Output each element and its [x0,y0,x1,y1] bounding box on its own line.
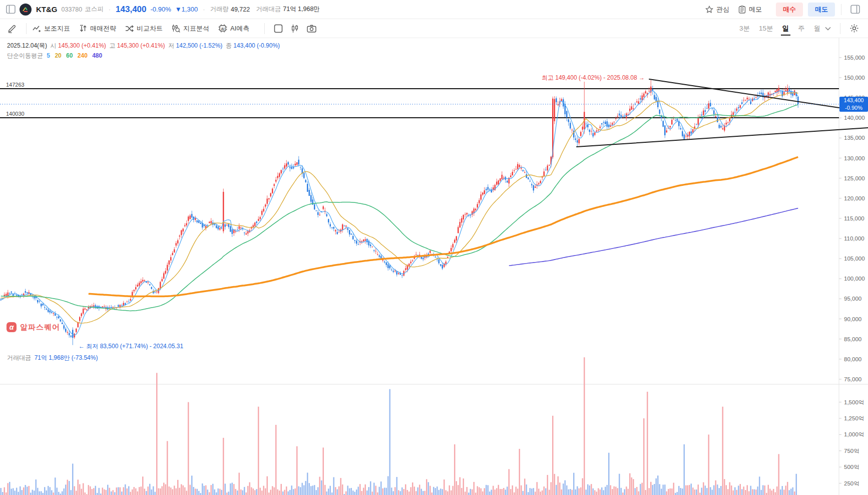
memo-icon [738,6,746,14]
volume-axis-tick: 1,500억 [844,399,864,405]
badge-percent: -0.90% [839,104,868,112]
ma60-line [1,105,798,311]
current-price-badge: 143,400 -0.90% [839,97,868,112]
symbol-name: KT&G [36,5,58,14]
alphasquare-logo: α 알파스퀘어 [7,322,60,332]
gear-icon [849,24,859,33]
star-icon [705,6,713,14]
ma-legend: 단순이동평균 5 20 60 240 480 [7,52,105,60]
volume-legend-value: 71억 1,968만 (-73.54%) [35,354,98,361]
price-chart-canvas[interactable]: 155,000150,000145,000140,000135,000130,0… [0,38,868,495]
price-axis-tick: 150,000 [844,75,865,81]
info-close: 143,400 (-0.90%) [233,42,280,49]
symbol-code: 033780 [62,6,83,13]
price-axis-tick: 110,000 [844,235,864,241]
ai-predict-button[interactable]: AI AI예측 [218,24,249,33]
indicator-button[interactable]: 보조지표 [33,24,70,33]
ma60-legend: 60 [66,52,73,59]
timeframe-monthly[interactable]: 월 [813,20,821,38]
buy-button[interactable]: 매수 [776,3,803,17]
info-date: 2025.12.04(목) [7,42,47,49]
ma240-line [89,157,798,296]
ma5-legend: 5 [47,52,50,59]
camera-icon [307,25,316,33]
level-lines [0,89,839,118]
change-amount: ▼1,300 [175,6,198,13]
strategy-button[interactable]: 매매전략 [79,24,116,33]
info-open: 145,300 (+0.41%) [58,42,106,49]
candles [1,80,799,345]
change-percent: -0.90% [151,6,171,13]
price-axis-tick: 155,000 [844,55,865,61]
pencil-icon [7,24,17,34]
price-axis-tick: 135,000 [844,135,865,141]
right-panel-toggle-icon[interactable] [850,5,860,14]
chart-area[interactable]: 155,000150,000145,000140,000135,000130,0… [0,38,868,495]
price-axis-tick: 125,000 [844,175,865,181]
ma20-line [1,93,798,323]
volume-axis-tick: 1,250억 [844,415,864,421]
info-low: 142,500 (-1.52%) [176,42,223,49]
screenshot-button[interactable] [307,25,316,33]
current-price: 143,400 [116,5,146,15]
header: KT&G 033780 코스피 · 143,400 -0.90% ▼1,300 … [0,0,868,19]
volume-axis-tick: 1,000억 [844,431,864,437]
candle-magnifier-icon [172,24,180,33]
chart-toolbar: 보조지표 매매전략 비교차트 지표분석 AI AI예측 3분 15분 일 주 월 [0,19,868,38]
timeframe-weekly[interactable]: 주 [797,20,805,38]
ohlc-info-row: 2025.12.04(목) 시 145,300 (+0.41%) 고 145,3… [7,42,280,50]
annotation-high: 최고 149,400 (-4.02%) - 2025.08.08 → [542,74,645,82]
volume-axis-tick: 250억 [844,480,859,486]
value-label: 거래대금 [256,5,281,14]
alphasquare-text: 알파스퀘어 [20,323,60,332]
stock-logo [20,4,32,16]
area-select-button[interactable] [274,24,283,33]
annotation-low: ← 최저 83,500 (+71.74%) - 2024.05.31 [79,342,183,351]
sell-button[interactable]: 매도 [808,3,835,17]
trendlines [577,79,868,147]
ma240-legend: 240 [78,52,88,59]
svg-text:AI: AI [221,27,225,31]
badge-price: 143,400 [839,97,868,104]
ma5-line [1,91,798,335]
volume-label: 거래량 [210,5,229,14]
axis: 155,000150,000145,000140,000135,000130,0… [0,38,868,495]
draw-tool-button[interactable] [7,24,17,34]
volume-value: 49,722 [231,6,250,13]
price-axis-tick: 85,000 [844,336,861,342]
chart-settings-button[interactable] [849,24,859,33]
ma480-legend: 480 [92,52,102,59]
chart-type-button[interactable] [291,24,299,33]
favorite-button[interactable]: 관심 [705,5,729,14]
ai-chip-icon: AI [218,24,227,33]
timeframe-daily[interactable]: 일 [782,20,790,38]
indicator-analysis-button[interactable]: 지표분석 [172,24,209,33]
shuffle-icon [125,25,134,33]
info-high: 145,300 (+0.41%) [117,42,165,49]
price-axis-tick: 90,000 [844,316,861,322]
level-label-140030: 140030 [5,111,26,117]
compare-chart-button[interactable]: 비교차트 [125,24,163,33]
ma480-line [509,208,798,266]
timeframe-15min[interactable]: 15분 [758,20,774,38]
price-axis-tick: 115,000 [844,215,864,221]
indicator-chart-icon [33,25,41,33]
timeframe-dropdown-icon[interactable] [825,27,831,31]
sort-arrows-icon [79,25,87,33]
price-axis-tick: 105,000 [844,256,865,262]
price-axis-tick: 140,000 [844,115,865,121]
price-axis-tick: 80,000 [844,356,861,362]
value-value: 71억 1,968만 [283,5,320,14]
price-axis-tick: 75,000 [844,376,861,382]
volume-bars [1,357,799,495]
price-axis-tick: 100,000 [844,276,865,282]
timeframe-3min[interactable]: 3분 [739,20,750,38]
memo-button[interactable]: 메모 [738,5,762,14]
left-panel-toggle-icon[interactable] [6,5,16,14]
level-label-147263: 147263 [5,82,26,88]
price-axis-tick: 130,000 [844,155,865,161]
market-label: 코스피 [85,5,104,14]
alphasquare-icon: α [7,322,17,332]
square-icon [274,24,283,33]
volume-legend: 거래대금 71억 1,968만 (-73.54%) [7,354,98,362]
